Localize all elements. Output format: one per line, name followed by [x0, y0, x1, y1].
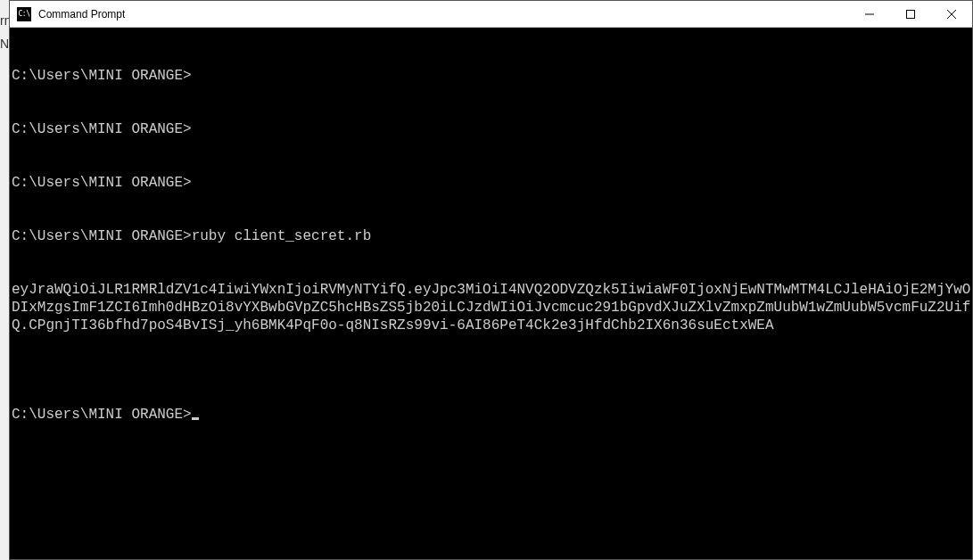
titlebar[interactable]: C:\ Command Prompt — [10, 1, 972, 28]
terminal-output[interactable]: C:\Users\MINI ORANGE> C:\Users\MINI ORAN… — [10, 28, 972, 559]
svg-rect-1 — [907, 10, 915, 18]
window-controls — [849, 1, 972, 27]
terminal-prompt: C:\Users\MINI ORANGE> — [12, 406, 972, 424]
terminal-line: C:\Users\MINI ORANGE> — [12, 67, 972, 85]
terminal-line: C:\Users\MINI ORANGE> — [12, 120, 972, 138]
terminal-line: C:\Users\MINI ORANGE> — [12, 174, 972, 192]
minimize-button[interactable] — [849, 1, 890, 27]
maximize-button[interactable] — [890, 1, 931, 27]
terminal-line: eyJraWQiOiJLR1RMRldZV1c4IiwiYWxnIjoiRVMy… — [12, 281, 972, 334]
cursor-icon — [192, 417, 199, 420]
window-title: Command Prompt — [38, 8, 849, 21]
close-button[interactable] — [931, 1, 972, 27]
terminal-line: C:\Users\MINI ORANGE>ruby client_secret.… — [12, 227, 972, 245]
command-prompt-window: C:\ Command Prompt C:\Users\MINI ORANGE>… — [9, 0, 973, 560]
cmd-icon: C:\ — [17, 7, 31, 21]
